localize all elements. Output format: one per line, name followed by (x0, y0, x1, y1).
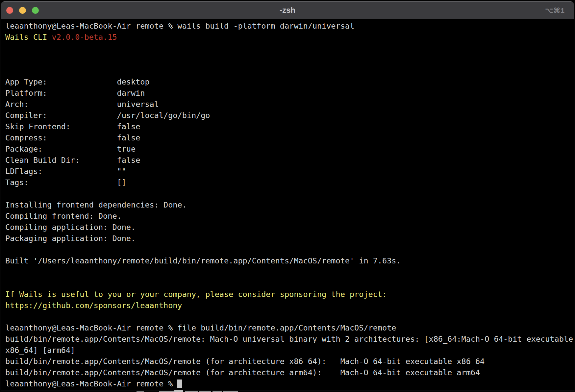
terminal-text: leaanthony@Leas-MacBook-Air remote % wai… (5, 21, 354, 31)
terminal-line: https://github.com/sponsors/leaanthony (5, 300, 574, 311)
terminal-window: -zsh ⌥⌘1 leaanthony@Leas-MacBook-Air rem… (1, 1, 574, 390)
terminal-text: Built '/Users/leaanthony/remote/build/bi… (5, 256, 401, 265)
terminal-line: Compress: false (5, 132, 574, 143)
terminal-line: build/bin/remote.app/Contents/MacOS/remo… (5, 356, 574, 367)
terminal-line: Clean Build Dir: false (5, 155, 574, 166)
terminal-line: If Wails is useful to you or your compan… (5, 289, 574, 300)
terminal-line (5, 188, 574, 199)
zoom-button[interactable] (32, 7, 39, 14)
terminal-text: Skip Frontend: false (5, 122, 140, 131)
terminal-text: build/bin/remote.app/Contents/MacOS/remo… (5, 334, 573, 344)
terminal-line: leaanthony@Leas-MacBook-Air remote % wai… (5, 20, 574, 32)
terminal-text: v2.0.0-beta.15 (52, 33, 117, 42)
occluded-window-fragment (159, 391, 174, 392)
terminal-line: Tags: [] (5, 177, 574, 188)
terminal-line: Skip Frontend: false (5, 121, 574, 132)
occluded-window-strip (0, 390, 575, 392)
terminal-text: Compress: false (5, 133, 140, 142)
terminal-screen[interactable]: leaanthony@Leas-MacBook-Air remote % wai… (1, 19, 574, 390)
occluded-window-fragment (174, 390, 183, 392)
terminal-text: Tags: [] (5, 178, 126, 187)
terminal-line: App Type: desktop (5, 76, 574, 87)
terminal-line: x86_64] [arm64] (5, 345, 574, 356)
terminal-line (5, 311, 574, 322)
terminal-line (5, 278, 574, 289)
terminal-text: Clean Build Dir: false (5, 156, 140, 165)
occluded-window-fragment (223, 391, 238, 392)
terminal-text: Package: true (5, 144, 136, 154)
terminal-line: leaanthony@Leas-MacBook-Air remote % (5, 378, 574, 389)
terminal-text: build/bin/remote.app/Contents/MacOS/remo… (5, 368, 480, 377)
terminal-line: build/bin/remote.app/Contents/MacOS/remo… (5, 333, 574, 345)
terminal-line: LDFlags: "" (5, 166, 574, 177)
terminal-text: build/bin/remote.app/Contents/MacOS/remo… (5, 357, 485, 366)
close-button[interactable] (6, 7, 13, 14)
terminal-line: Arch: universal (5, 99, 574, 110)
occluded-window-fragment (199, 391, 211, 392)
terminal-text: Installing frontend dependencies: Done. (5, 200, 187, 209)
minimize-button[interactable] (19, 7, 26, 14)
terminal-text: leaanthony@Leas-MacBook-Air remote % (5, 379, 177, 388)
terminal-line: Platform: darwin (5, 87, 574, 99)
terminal-text: Compiling frontend: Done. (5, 211, 122, 221)
terminal-line: Package: true (5, 143, 574, 155)
terminal-text: Compiler: /usr/local/go/bin/go (5, 111, 210, 120)
text-cursor (177, 380, 182, 388)
terminal-line: Packaging application: Done. (5, 233, 574, 244)
terminal-text: Packaging application: Done. (5, 234, 136, 243)
terminal-line (5, 244, 574, 255)
terminal-line (5, 266, 574, 278)
terminal-line: Compiling application: Done. (5, 222, 574, 233)
terminal-line (5, 43, 574, 54)
terminal-text: LDFlags: "" (5, 167, 126, 176)
terminal-text: Compiling application: Done. (5, 223, 136, 232)
desktop-background: -zsh ⌥⌘1 leaanthony@Leas-MacBook-Air rem… (0, 0, 575, 392)
terminal-line: Wails CLI v2.0.0-beta.15 (5, 32, 574, 43)
terminal-text: leaanthony@Leas-MacBook-Air remote % fil… (5, 323, 396, 332)
window-titlebar[interactable]: -zsh ⌥⌘1 (1, 2, 574, 19)
terminal-line (5, 65, 574, 76)
terminal-line: build/bin/remote.app/Contents/MacOS/remo… (5, 367, 574, 378)
terminal-line: Built '/Users/leaanthony/remote/build/bi… (5, 255, 574, 266)
occluded-window-fragment (185, 391, 198, 392)
terminal-text: Platform: darwin (5, 88, 145, 98)
terminal-line: Compiling frontend: Done. (5, 210, 574, 222)
terminal-line (5, 54, 574, 65)
terminal-text: Arch: universal (5, 100, 159, 109)
window-shortcut-badge: ⌥⌘1 (545, 2, 565, 19)
occluded-window-fragment (213, 391, 222, 392)
terminal-text: x86_64] [arm64] (5, 346, 75, 355)
terminal-text: If Wails is useful to you or your compan… (5, 290, 387, 299)
terminal-text: Wails CLI (5, 33, 52, 42)
terminal-line: Installing frontend dependencies: Done. (5, 199, 574, 210)
window-title: -zsh (1, 2, 574, 19)
terminal-text: https://github.com/sponsors/leaanthony (5, 301, 182, 310)
terminal-line: Compiler: /usr/local/go/bin/go (5, 110, 574, 121)
window-controls (6, 2, 39, 19)
terminal-line: leaanthony@Leas-MacBook-Air remote % fil… (5, 322, 574, 333)
terminal-text: App Type: desktop (5, 77, 150, 86)
